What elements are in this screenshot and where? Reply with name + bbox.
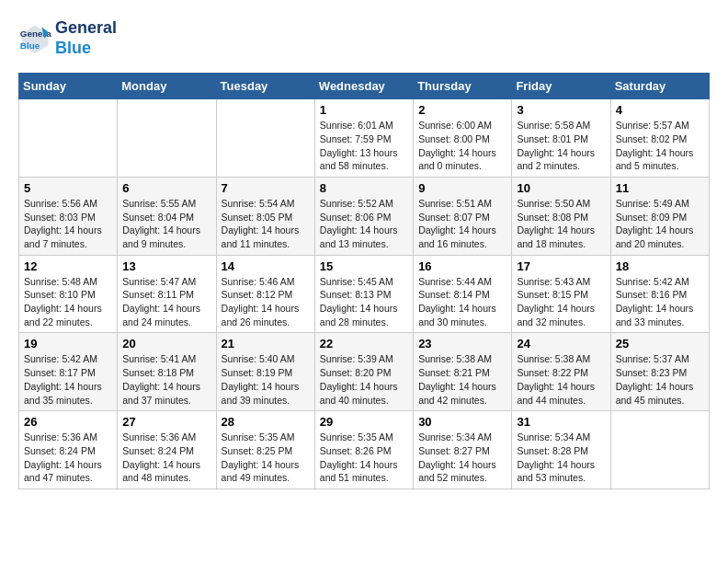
calendar-cell: 24Sunrise: 5:38 AMSunset: 8:22 PMDayligh… <box>512 333 610 411</box>
day-number: 29 <box>320 415 408 429</box>
logo: General Blue General Blue <box>18 18 117 58</box>
day-number: 11 <box>616 181 704 195</box>
calendar-week-row: 1Sunrise: 6:01 AMSunset: 7:59 PMDaylight… <box>19 99 710 178</box>
day-info: Sunrise: 5:36 AMSunset: 8:24 PMDaylight:… <box>24 431 112 485</box>
day-number: 14 <box>222 259 310 273</box>
day-info: Sunrise: 5:34 AMSunset: 8:28 PMDaylight:… <box>517 431 605 485</box>
svg-text:Blue: Blue <box>20 40 40 50</box>
day-info: Sunrise: 5:42 AMSunset: 8:17 PMDaylight:… <box>24 352 112 407</box>
day-info: Sunrise: 5:40 AMSunset: 8:19 PMDaylight:… <box>222 352 310 407</box>
day-info: Sunrise: 5:45 AMSunset: 8:13 PMDaylight:… <box>320 275 408 329</box>
calendar-cell: 1Sunrise: 6:01 AMSunset: 7:59 PMDaylight… <box>314 99 413 178</box>
day-info: Sunrise: 5:38 AMSunset: 8:21 PMDaylight:… <box>418 352 506 407</box>
day-info: Sunrise: 5:55 AMSunset: 8:04 PMDaylight:… <box>122 197 210 251</box>
calendar-cell: 3Sunrise: 5:58 AMSunset: 8:01 PMDaylight… <box>512 99 610 178</box>
day-info: Sunrise: 5:35 AMSunset: 8:26 PMDaylight:… <box>320 431 408 485</box>
weekday-header-thursday: Thursday <box>414 74 512 99</box>
logo-icon: General Blue <box>18 22 51 55</box>
calendar-cell: 7Sunrise: 5:54 AMSunset: 8:05 PMDaylight… <box>216 177 314 255</box>
calendar-week-row: 5Sunrise: 5:56 AMSunset: 8:03 PMDaylight… <box>19 177 710 255</box>
day-info: Sunrise: 5:43 AMSunset: 8:15 PMDaylight:… <box>517 275 605 329</box>
calendar-cell: 17Sunrise: 5:43 AMSunset: 8:15 PMDayligh… <box>512 255 610 333</box>
calendar-cell: 25Sunrise: 5:37 AMSunset: 8:23 PMDayligh… <box>610 333 709 411</box>
calendar-cell: 4Sunrise: 5:57 AMSunset: 8:02 PMDaylight… <box>610 99 709 178</box>
day-info: Sunrise: 5:44 AMSunset: 8:14 PMDaylight:… <box>418 275 506 329</box>
calendar-cell: 28Sunrise: 5:35 AMSunset: 8:25 PMDayligh… <box>216 411 314 489</box>
day-number: 13 <box>122 259 210 273</box>
calendar-cell: 10Sunrise: 5:50 AMSunset: 8:08 PMDayligh… <box>512 177 610 255</box>
day-number: 15 <box>320 259 408 273</box>
day-info: Sunrise: 5:56 AMSunset: 8:03 PMDaylight:… <box>24 197 112 251</box>
day-info: Sunrise: 6:00 AMSunset: 8:00 PMDaylight:… <box>418 119 506 173</box>
calendar-cell: 5Sunrise: 5:56 AMSunset: 8:03 PMDaylight… <box>19 177 118 255</box>
calendar-cell: 11Sunrise: 5:49 AMSunset: 8:09 PMDayligh… <box>610 177 709 255</box>
day-number: 10 <box>517 181 605 195</box>
calendar-cell: 22Sunrise: 5:39 AMSunset: 8:20 PMDayligh… <box>314 333 413 411</box>
day-number: 6 <box>122 181 210 195</box>
day-info: Sunrise: 5:41 AMSunset: 8:18 PMDaylight:… <box>122 352 210 407</box>
day-number: 1 <box>320 103 408 117</box>
calendar-cell: 26Sunrise: 5:36 AMSunset: 8:24 PMDayligh… <box>19 411 118 489</box>
day-info: Sunrise: 5:51 AMSunset: 8:07 PMDaylight:… <box>418 197 506 251</box>
calendar-cell: 13Sunrise: 5:47 AMSunset: 8:11 PMDayligh… <box>118 255 216 333</box>
calendar-cell: 20Sunrise: 5:41 AMSunset: 8:18 PMDayligh… <box>118 333 216 411</box>
calendar-cell: 29Sunrise: 5:35 AMSunset: 8:26 PMDayligh… <box>314 411 413 489</box>
day-info: Sunrise: 5:37 AMSunset: 8:23 PMDaylight:… <box>616 352 704 407</box>
day-info: Sunrise: 5:49 AMSunset: 8:09 PMDaylight:… <box>616 197 704 251</box>
day-number: 4 <box>616 103 704 117</box>
calendar-cell: 14Sunrise: 5:46 AMSunset: 8:12 PMDayligh… <box>216 255 314 333</box>
day-info: Sunrise: 5:39 AMSunset: 8:20 PMDaylight:… <box>320 352 408 407</box>
weekday-header-monday: Monday <box>118 74 216 99</box>
day-number: 28 <box>222 415 310 429</box>
calendar-cell: 21Sunrise: 5:40 AMSunset: 8:19 PMDayligh… <box>216 333 314 411</box>
weekday-header-friday: Friday <box>512 74 610 99</box>
calendar-cell: 2Sunrise: 6:00 AMSunset: 8:00 PMDaylight… <box>414 99 512 178</box>
day-number: 22 <box>320 337 408 350</box>
calendar-table: SundayMondayTuesdayWednesdayThursdayFrid… <box>18 73 710 489</box>
calendar-cell: 16Sunrise: 5:44 AMSunset: 8:14 PMDayligh… <box>414 255 512 333</box>
day-number: 31 <box>517 415 605 429</box>
calendar-cell: 15Sunrise: 5:45 AMSunset: 8:13 PMDayligh… <box>314 255 413 333</box>
calendar-cell <box>118 99 216 178</box>
day-number: 24 <box>517 337 605 350</box>
day-info: Sunrise: 5:50 AMSunset: 8:08 PMDaylight:… <box>517 197 605 251</box>
day-info: Sunrise: 5:38 AMSunset: 8:22 PMDaylight:… <box>517 352 605 407</box>
day-number: 18 <box>616 259 704 273</box>
day-info: Sunrise: 5:34 AMSunset: 8:27 PMDaylight:… <box>418 431 506 485</box>
calendar-week-row: 19Sunrise: 5:42 AMSunset: 8:17 PMDayligh… <box>19 333 710 411</box>
day-number: 21 <box>222 337 310 350</box>
calendar-cell: 9Sunrise: 5:51 AMSunset: 8:07 PMDaylight… <box>414 177 512 255</box>
calendar-cell: 8Sunrise: 5:52 AMSunset: 8:06 PMDaylight… <box>314 177 413 255</box>
weekday-header-sunday: Sunday <box>19 74 118 99</box>
day-number: 17 <box>517 259 605 273</box>
day-number: 20 <box>122 337 210 350</box>
day-info: Sunrise: 5:54 AMSunset: 8:05 PMDaylight:… <box>222 197 310 251</box>
day-info: Sunrise: 5:46 AMSunset: 8:12 PMDaylight:… <box>222 275 310 329</box>
calendar-week-row: 26Sunrise: 5:36 AMSunset: 8:24 PMDayligh… <box>19 411 710 489</box>
day-number: 12 <box>24 259 112 273</box>
calendar-cell: 30Sunrise: 5:34 AMSunset: 8:27 PMDayligh… <box>414 411 512 489</box>
calendar-cell <box>216 99 314 178</box>
day-info: Sunrise: 5:52 AMSunset: 8:06 PMDaylight:… <box>320 197 408 251</box>
day-info: Sunrise: 5:42 AMSunset: 8:16 PMDaylight:… <box>616 275 704 329</box>
calendar-cell <box>19 99 118 178</box>
day-number: 9 <box>418 181 506 195</box>
calendar-cell: 19Sunrise: 5:42 AMSunset: 8:17 PMDayligh… <box>19 333 118 411</box>
day-info: Sunrise: 6:01 AMSunset: 7:59 PMDaylight:… <box>320 119 408 173</box>
logo-text: General Blue <box>55 18 117 58</box>
day-info: Sunrise: 5:48 AMSunset: 8:10 PMDaylight:… <box>24 275 112 329</box>
weekday-header-saturday: Saturday <box>610 74 709 99</box>
calendar-cell: 31Sunrise: 5:34 AMSunset: 8:28 PMDayligh… <box>512 411 610 489</box>
weekday-header-wednesday: Wednesday <box>314 74 413 99</box>
day-number: 7 <box>222 181 310 195</box>
calendar-cell: 6Sunrise: 5:55 AMSunset: 8:04 PMDaylight… <box>118 177 216 255</box>
calendar-cell: 12Sunrise: 5:48 AMSunset: 8:10 PMDayligh… <box>19 255 118 333</box>
calendar-week-row: 12Sunrise: 5:48 AMSunset: 8:10 PMDayligh… <box>19 255 710 333</box>
page-header: General Blue General Blue <box>18 18 710 58</box>
day-info: Sunrise: 5:35 AMSunset: 8:25 PMDaylight:… <box>222 431 310 485</box>
day-info: Sunrise: 5:36 AMSunset: 8:24 PMDaylight:… <box>122 431 210 485</box>
day-info: Sunrise: 5:58 AMSunset: 8:01 PMDaylight:… <box>517 119 605 173</box>
weekday-header-row: SundayMondayTuesdayWednesdayThursdayFrid… <box>19 74 710 99</box>
day-number: 3 <box>517 103 605 117</box>
day-number: 25 <box>616 337 704 350</box>
